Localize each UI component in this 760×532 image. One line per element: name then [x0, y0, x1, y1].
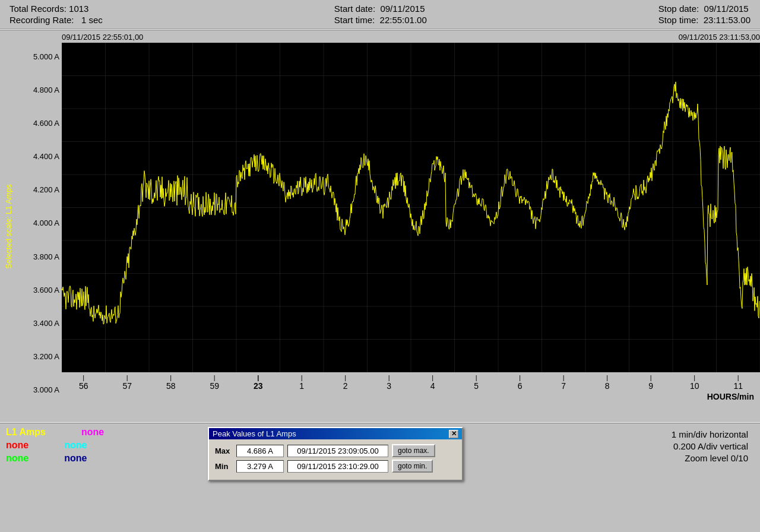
y-tick-4: 4.200 A [33, 186, 59, 194]
y-tick-9: 3.200 A [33, 353, 59, 360]
stop-date: Stop date: 09/11/2015 [658, 4, 750, 14]
y-tick-3: 4.400 A [33, 153, 59, 160]
legend-l1-amps: L1 Amps [6, 427, 46, 438]
legend-none-3: none [64, 440, 87, 451]
zoom-info: Zoom level 0/10 [672, 453, 748, 463]
legend-none-1: none [81, 427, 104, 438]
x-axis-container: 56 57 58 59 23 1 2 3 4 5 6 7 8 9 10 11 [62, 372, 760, 391]
y-tick-10: 3.000 A [33, 386, 59, 394]
hours-label: HOURS/min [62, 391, 760, 401]
x-tick-5: 5 [455, 375, 499, 391]
peak-min-row: Min 3.279 A 09/11/2015 23:10:29.00 goto … [215, 460, 456, 473]
y-tick-1: 4.800 A [33, 86, 59, 94]
goto-max-button[interactable]: goto max. [392, 444, 435, 457]
header-col-left: Total Records: 1013 Recording Rate: 1 se… [10, 4, 103, 25]
horizontal-info: 1 min/div horizontal [672, 429, 748, 439]
y-tick-0: 5.000 A [33, 53, 59, 61]
x-tick-10: 10 [673, 375, 717, 391]
header-col-middle: Start date: 09/11/2015 Start time: 22:55… [334, 4, 427, 25]
peak-dialog: Peak Values of L1 Amps ✕ Max 4.686 A 09/… [208, 427, 463, 481]
x-axis-ticks: 56 57 58 59 23 1 2 3 4 5 6 7 8 9 10 11 [62, 375, 760, 391]
x-tick-4: 4 [411, 375, 455, 391]
chart-wrapper: Selected scale: L1 Amps 5.000 A 4.800 A … [0, 30, 760, 422]
x-tick-7: 7 [542, 375, 586, 391]
x-tick-56: 56 [62, 375, 106, 391]
peak-max-value: 4.686 A [236, 445, 284, 457]
x-tick-58: 58 [149, 375, 193, 391]
x-tick-23: 23 [236, 375, 280, 391]
peak-dialog-body: Max 4.686 A 09/11/2015 23:09:05.00 goto … [209, 439, 462, 480]
legend-row-1: L1 Amps none [6, 427, 172, 438]
x-tick-3: 3 [368, 375, 411, 391]
y-tick-8: 3.400 A [33, 319, 59, 327]
goto-min-button[interactable]: goto min. [392, 460, 433, 473]
y-tick-6: 3.800 A [33, 253, 59, 261]
peak-max-datetime: 09/11/2015 23:09:05.00 [287, 445, 388, 457]
x-tick-1: 1 [280, 375, 324, 391]
footer: L1 Amps none none none none none Peak Va… [0, 423, 760, 489]
legend-row-2: none none [6, 440, 172, 451]
peak-min-datetime: 09/11/2015 23:10:29.00 [287, 460, 388, 473]
x-tick-8: 8 [585, 375, 629, 391]
peak-dialog-title-text: Peak Values of L1 Amps [213, 429, 296, 438]
peak-max-row: Max 4.686 A 09/11/2015 23:09:05.00 goto … [215, 444, 456, 457]
vertical-info: 0.200 A/div vertical [672, 441, 748, 451]
peak-max-label: Max [215, 446, 233, 455]
legend-none-2: none [6, 440, 28, 451]
header-bar: Total Records: 1013 Recording Rate: 1 se… [0, 0, 760, 29]
y-tick-7: 3.600 A [33, 286, 59, 294]
footer-right: 1 min/div horizontal 0.200 A/div vertica… [672, 427, 754, 463]
total-records: Total Records: 1013 [10, 4, 103, 14]
x-tick-59: 59 [193, 375, 237, 391]
start-date: Start date: 09/11/2015 [334, 4, 427, 14]
stop-time: Stop time: 23:11:53.00 [658, 15, 750, 25]
y-axis-label: Selected scale: L1 Amps [4, 167, 13, 286]
peak-min-label: Min [215, 462, 233, 471]
legend-row-3: none none [6, 453, 172, 464]
peak-dialog-title: Peak Values of L1 Amps ✕ [209, 428, 462, 439]
header-col-right: Stop date: 09/11/2015 Stop time: 23:11:5… [658, 4, 750, 25]
x-tick-57: 57 [106, 375, 150, 391]
y-axis-label-container: Selected scale: L1 Amps [0, 30, 17, 422]
chart-start-timestamp: 09/11/2015 22:55:01,00 [62, 33, 143, 42]
x-tick-11: 11 [717, 375, 761, 391]
x-tick-9: 9 [629, 375, 673, 391]
chart-top-labels: 09/11/2015 22:55:01,00 09/11/2015 23:11:… [62, 30, 760, 43]
legend-none-4: none [6, 453, 28, 464]
peak-dialog-close-button[interactable]: ✕ [449, 430, 458, 438]
chart-canvas [62, 43, 760, 372]
legend-none-5: none [64, 453, 87, 464]
chart-end-timestamp: 09/11/2015 23:11:53,00 [679, 33, 760, 42]
footer-legend: L1 Amps none none none none none [6, 427, 172, 464]
y-tick-2: 4.600 A [33, 119, 59, 127]
start-time: Start time: 22:55:01.00 [334, 15, 427, 25]
x-tick-2: 2 [324, 375, 368, 391]
peak-min-value: 3.279 A [236, 460, 284, 473]
chart-area: 09/11/2015 22:55:01,00 09/11/2015 23:11:… [62, 30, 760, 422]
y-ticks: 5.000 A 4.800 A 4.600 A 4.400 A 4.200 A … [17, 30, 62, 422]
recording-rate: Recording Rate: 1 sec [10, 15, 103, 25]
y-tick-5: 4.000 A [33, 219, 59, 227]
x-tick-6: 6 [498, 375, 542, 391]
